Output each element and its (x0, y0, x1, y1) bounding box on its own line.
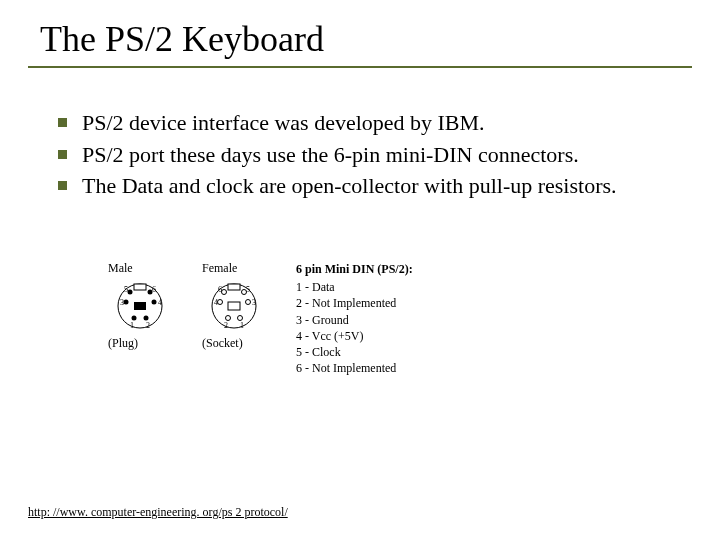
svg-point-3 (124, 300, 129, 305)
slide: The PS/2 Keyboard PS/2 device interface … (0, 0, 720, 540)
svg-rect-17 (228, 302, 240, 310)
bullet-item: PS/2 port these days use the 6-pin mini-… (52, 140, 692, 170)
svg-point-4 (152, 300, 157, 305)
svg-text:5: 5 (124, 285, 128, 294)
svg-point-19 (246, 300, 251, 305)
svg-point-18 (218, 300, 223, 305)
svg-text:3: 3 (252, 298, 256, 307)
male-connector-icon: 3 4 5 6 1 2 (108, 280, 172, 332)
svg-point-8 (144, 316, 149, 321)
pinout-line: 3 - Ground (296, 312, 413, 328)
pinout-line: 2 - Not Implemented (296, 295, 413, 311)
female-caption: (Socket) (202, 336, 266, 351)
male-caption: (Plug) (108, 336, 172, 351)
pinout-line: 1 - Data (296, 279, 413, 295)
connector-figure: Male 3 4 5 6 1 2 (Plug) (108, 261, 692, 376)
female-label: Female (202, 261, 266, 276)
bullet-item: PS/2 device interface was developed by I… (52, 108, 692, 138)
svg-rect-16 (228, 284, 240, 290)
svg-text:1: 1 (240, 321, 244, 330)
bullet-item: The Data and clock are open-collector wi… (52, 171, 692, 201)
female-connector: Female 4 3 6 5 2 1 (Socket) (202, 261, 266, 351)
svg-text:6: 6 (152, 285, 156, 294)
svg-text:4: 4 (214, 298, 218, 307)
pinout-line: 6 - Not Implemented (296, 360, 413, 376)
male-connector: Male 3 4 5 6 1 2 (Plug) (108, 261, 172, 351)
svg-point-7 (132, 316, 137, 321)
svg-rect-2 (134, 302, 146, 310)
pinout-line: 5 - Clock (296, 344, 413, 360)
title-rule: The PS/2 Keyboard (28, 18, 692, 68)
svg-text:2: 2 (224, 321, 228, 330)
bullet-list: PS/2 device interface was developed by I… (52, 108, 692, 201)
svg-text:2: 2 (146, 321, 150, 330)
svg-point-22 (226, 316, 231, 321)
svg-text:3: 3 (120, 298, 124, 307)
pinout-title: 6 pin Mini DIN (PS/2): (296, 261, 413, 277)
female-connector-icon: 4 3 6 5 2 1 (202, 280, 266, 332)
source-link[interactable]: http: //www. computer-engineering. org/p… (28, 505, 288, 520)
svg-point-20 (222, 290, 227, 295)
pinout-line: 4 - Vcc (+5V) (296, 328, 413, 344)
svg-point-23 (238, 316, 243, 321)
svg-text:4: 4 (158, 298, 162, 307)
male-label: Male (108, 261, 172, 276)
svg-text:6: 6 (218, 285, 222, 294)
svg-text:5: 5 (246, 285, 250, 294)
svg-rect-1 (134, 284, 146, 290)
slide-title: The PS/2 Keyboard (28, 18, 692, 60)
svg-point-5 (128, 290, 133, 295)
svg-text:1: 1 (130, 321, 134, 330)
pinout-legend: 6 pin Mini DIN (PS/2): 1 - Data 2 - Not … (296, 261, 413, 376)
